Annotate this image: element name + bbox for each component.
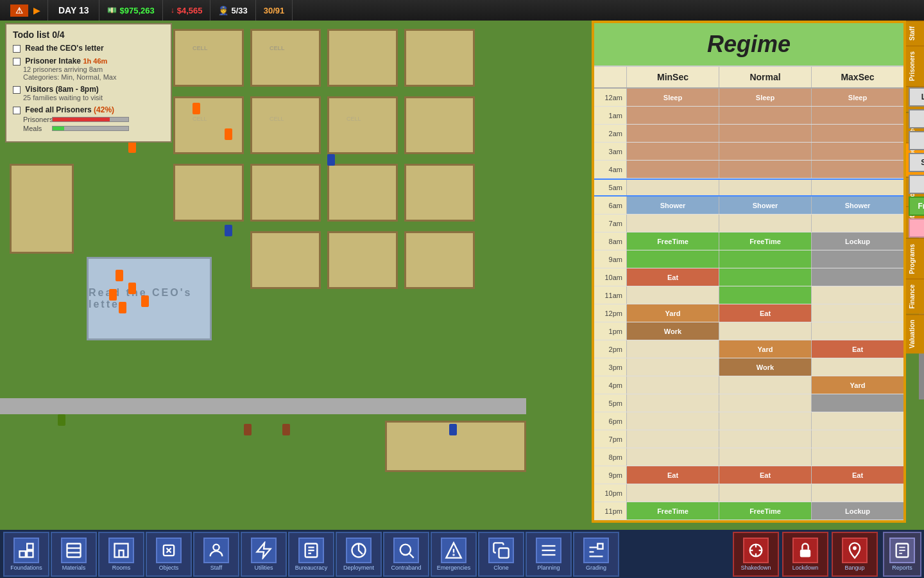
regime-cell-maxsec[interactable]: Yard [811, 376, 903, 394]
regime-row[interactable]: 10am Eat [594, 268, 903, 286]
regime-row[interactable]: 7am [594, 215, 903, 232]
action-btn-work[interactable]: Work [909, 218, 924, 238]
tab-finance[interactable]: Finance [906, 279, 924, 314]
regime-cell-minsec[interactable] [626, 448, 719, 466]
action-btn-shower[interactable]: Shower [909, 153, 924, 172]
action-btn-sleep[interactable]: Sleep [909, 109, 924, 128]
regime-cell-normal[interactable] [719, 180, 811, 195]
action-btn-eat[interactable]: Eat [909, 131, 924, 150]
toolbar-btn-bureaucracy[interactable]: Bureaucracy [288, 532, 334, 577]
regime-cell-maxsec[interactable] [811, 484, 903, 502]
regime-cell-normal[interactable]: Shower [719, 197, 811, 214]
regime-cell-normal[interactable] [719, 161, 811, 178]
regime-row[interactable]: 6am Shower Shower Shower [594, 197, 903, 215]
regime-cell-normal[interactable] [719, 376, 811, 394]
regime-row[interactable]: 6pm [594, 412, 903, 430]
regime-cell-maxsec[interactable]: Shower [811, 197, 903, 214]
regime-cell-maxsec[interactable] [811, 180, 903, 195]
regime-cell-normal[interactable]: Eat [719, 466, 811, 484]
regime-row[interactable]: 2am [594, 125, 903, 143]
toolbar-btn-emergencies[interactable]: Emergencies [431, 532, 477, 577]
toolbar-btn-clone[interactable]: Clone [478, 532, 524, 577]
regime-cell-minsec[interactable]: Eat [626, 268, 719, 286]
toolbar-btn-utilities[interactable]: Utilities [241, 532, 287, 577]
regime-cell-maxsec[interactable]: Eat [811, 340, 903, 358]
regime-cell-minsec[interactable] [626, 143, 719, 160]
regime-cell-minsec[interactable] [626, 412, 719, 430]
regime-row[interactable]: 5pm [594, 394, 903, 412]
regime-cell-maxsec[interactable] [811, 286, 903, 304]
regime-cell-maxsec[interactable] [811, 161, 903, 178]
tab-prisoners[interactable]: Prisoners [906, 46, 924, 86]
regime-row[interactable]: 12am Sleep Sleep Sleep [594, 89, 903, 107]
toolbar-btn-grading[interactable]: Grading [573, 532, 619, 577]
toolbar-btn-staff[interactable]: Staff [193, 532, 239, 577]
regime-row[interactable]: 11am [594, 286, 903, 304]
regime-row[interactable]: 9am [594, 250, 903, 268]
regime-cell-normal[interactable]: Sleep [719, 89, 811, 106]
regime-cell-maxsec[interactable] [811, 143, 903, 160]
todo-checkbox-2[interactable] [13, 58, 21, 66]
regime-cell-maxsec[interactable] [811, 107, 903, 124]
regime-cell-maxsec[interactable] [811, 448, 903, 466]
regime-cell-normal[interactable] [719, 286, 811, 304]
regime-cell-minsec[interactable] [626, 286, 719, 304]
todo-checkbox-3[interactable] [13, 86, 21, 94]
regime-cell-minsec[interactable] [626, 161, 719, 178]
regime-cell-maxsec[interactable] [811, 394, 903, 412]
regime-cell-normal[interactable] [719, 322, 811, 340]
toolbar-btn-contraband[interactable]: Contraband [383, 532, 429, 577]
regime-cell-normal[interactable]: Eat [719, 304, 811, 322]
regime-row[interactable]: 8pm [594, 448, 903, 466]
action-btn-freetime[interactable]: FreeTime [909, 197, 924, 216]
regime-cell-normal[interactable]: Yard [719, 340, 811, 358]
regime-cell-normal[interactable] [719, 107, 811, 124]
regime-cell-normal[interactable] [719, 394, 811, 412]
toolbar-btn-foundations[interactable]: Foundations [3, 532, 49, 577]
regime-cell-normal[interactable]: FreeTime [719, 502, 811, 520]
toolbar-btn-objects[interactable]: Objects [146, 532, 192, 577]
regime-row[interactable]: 10pm [594, 484, 903, 502]
regime-row[interactable]: 3am [594, 143, 903, 161]
toolbar-btn-rooms[interactable]: Rooms [98, 532, 144, 577]
tab-programs[interactable]: Programs [906, 238, 924, 279]
regime-cell-normal[interactable] [719, 268, 811, 286]
regime-cell-normal[interactable] [719, 484, 811, 502]
regime-cell-minsec[interactable] [626, 250, 719, 268]
regime-cell-maxsec[interactable] [811, 358, 903, 376]
regime-cell-minsec[interactable]: Yard [626, 304, 719, 322]
regime-row[interactable]: 12pm Yard Eat [594, 304, 903, 322]
regime-row[interactable]: 4pm Yard [594, 376, 903, 394]
regime-cell-maxsec[interactable] [811, 304, 903, 322]
regime-cell-minsec[interactable] [626, 484, 719, 502]
shakedown-button[interactable]: Shakedown [733, 532, 779, 577]
regime-cell-minsec[interactable]: FreeTime [626, 502, 719, 520]
toolbar-btn-deployment[interactable]: Deployment [336, 532, 382, 577]
regime-cell-minsec[interactable] [626, 340, 719, 358]
toolbar-btn-materials[interactable]: Materials [51, 532, 97, 577]
regime-cell-minsec[interactable]: Sleep [626, 89, 719, 106]
regime-row[interactable]: 3pm Work [594, 358, 903, 376]
regime-cell-normal[interactable] [719, 215, 811, 232]
regime-cell-minsec[interactable] [626, 358, 719, 376]
regime-row[interactable]: 1pm Work [594, 322, 903, 340]
regime-cell-maxsec[interactable] [811, 412, 903, 430]
regime-row[interactable]: 8am FreeTime FreeTime Lockup [594, 232, 903, 250]
regime-cell-minsec[interactable] [626, 430, 719, 448]
regime-cell-maxsec[interactable] [811, 322, 903, 340]
regime-cell-maxsec[interactable]: Lockup [811, 502, 903, 520]
regime-row[interactable]: 5am Now6:12am [594, 179, 903, 197]
regime-cell-maxsec[interactable] [811, 250, 903, 268]
tab-valuation[interactable]: Valuation [906, 314, 924, 353]
regime-cell-normal[interactable] [719, 412, 811, 430]
regime-row[interactable]: 7pm [594, 430, 903, 448]
regime-cell-normal[interactable] [719, 125, 811, 142]
regime-cell-maxsec[interactable] [811, 215, 903, 232]
regime-cell-maxsec[interactable]: Eat [811, 466, 903, 484]
regime-cell-normal[interactable]: Work [719, 358, 811, 376]
regime-cell-minsec[interactable] [626, 107, 719, 124]
regime-row[interactable]: 1am [594, 107, 903, 125]
regime-cell-normal[interactable] [719, 448, 811, 466]
regime-row[interactable]: 2pm Yard Eat [594, 340, 903, 358]
regime-cell-normal[interactable] [719, 143, 811, 160]
